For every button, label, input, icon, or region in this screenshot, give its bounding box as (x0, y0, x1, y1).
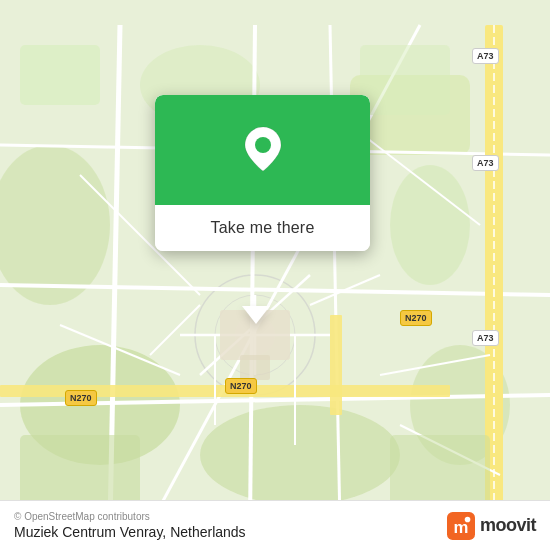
svg-rect-38 (390, 435, 490, 505)
copyright-text: © OpenStreetMap contributors (14, 511, 246, 522)
popup-header (155, 95, 370, 205)
road-label-a73-mid: A73 (472, 155, 499, 171)
road-label-a73-top: A73 (472, 48, 499, 64)
svg-rect-35 (20, 45, 100, 105)
location-popup: Take me there (155, 95, 370, 251)
map-container: N270 N270 N270 A73 A73 A73 Take me there… (0, 0, 550, 550)
svg-rect-40 (240, 355, 270, 380)
map-background (0, 0, 550, 550)
bottom-bar: © OpenStreetMap contributors Muziek Cent… (0, 500, 550, 550)
svg-point-3 (390, 165, 470, 285)
moovit-brand-text: moovit (480, 515, 536, 536)
take-me-there-button[interactable]: Take me there (155, 205, 370, 251)
svg-rect-36 (360, 45, 450, 115)
moovit-logo: m moovit (447, 512, 536, 540)
road-label-n270-bottom-left: N270 (65, 390, 97, 406)
moovit-icon: m (447, 512, 475, 540)
road-label-n270-bottom-center: N270 (225, 378, 257, 394)
svg-rect-21 (330, 315, 342, 415)
svg-rect-37 (20, 435, 140, 505)
svg-point-2 (200, 405, 400, 505)
location-name: Muziek Centrum Venray, Netherlands (14, 524, 246, 540)
popup-arrow (242, 306, 270, 324)
svg-point-44 (465, 516, 471, 522)
road-label-a73-bottom: A73 (472, 330, 499, 346)
svg-point-41 (255, 137, 271, 153)
location-pin-icon (238, 125, 288, 175)
bottom-info: © OpenStreetMap contributors Muziek Cent… (14, 511, 246, 540)
road-label-n270-right: N270 (400, 310, 432, 326)
